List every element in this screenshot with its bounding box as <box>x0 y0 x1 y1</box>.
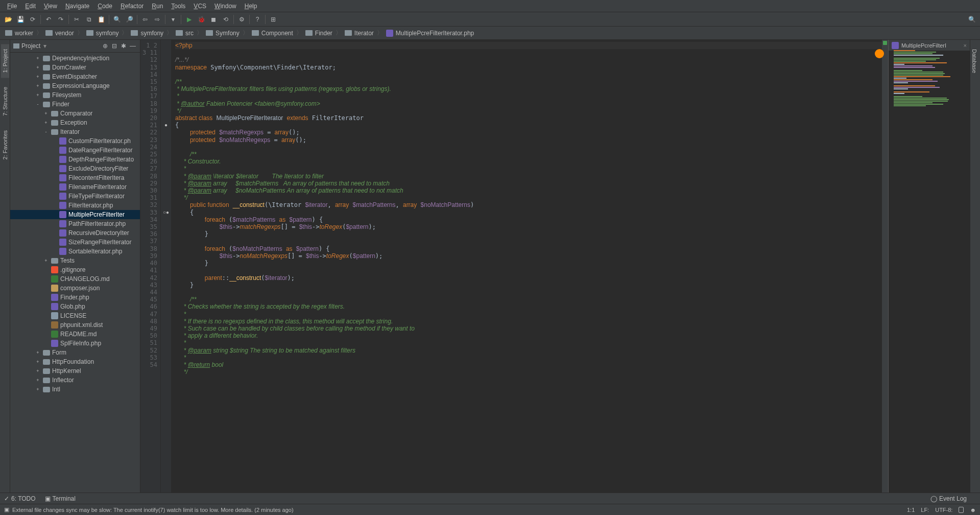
project-tree[interactable]: +DependencyInjection+DomCrawler+EventDis… <box>10 53 140 493</box>
settings-icon[interactable]: ⊞ <box>268 14 279 25</box>
tree-item[interactable]: +Intl <box>10 385 140 394</box>
breadcrumb-item[interactable]: Iterator <box>343 30 376 37</box>
menu-window[interactable]: Window <box>210 2 241 11</box>
scroll-from-source-icon[interactable]: ⊕ <box>101 42 109 50</box>
tree-item[interactable]: +DependencyInjection <box>10 54 140 63</box>
cut-icon[interactable]: ✂ <box>71 14 82 25</box>
tree-item[interactable]: +Comparator <box>10 109 140 118</box>
tree-item[interactable]: CustomFilterIterator.ph <box>10 136 140 146</box>
menu-edit[interactable]: Edit <box>21 2 40 11</box>
tool-tab-database[interactable]: Database <box>970 44 978 78</box>
tool-tab-structure[interactable]: 7: Structure <box>1 82 9 121</box>
collapse-all-icon[interactable]: ⊟ <box>110 42 118 50</box>
tree-item[interactable]: +HttpKernel <box>10 366 140 376</box>
open-icon[interactable]: 📂 <box>3 14 14 25</box>
breadcrumb-item[interactable]: vendor <box>43 30 76 37</box>
stop-icon[interactable]: ◼ <box>208 14 219 25</box>
build-icon[interactable]: ▾ <box>168 14 179 25</box>
inspection-indicator-icon[interactable] <box>883 41 887 45</box>
tree-item[interactable]: FilterIterator.php <box>10 201 140 210</box>
tree-item[interactable]: SortableIterator.php <box>10 247 140 256</box>
editor-tab[interactable]: MultiplePcreFilterI × <box>889 40 970 51</box>
menu-view[interactable]: View <box>40 2 61 11</box>
breadcrumb-item[interactable]: Symfony <box>204 30 242 37</box>
tree-item[interactable]: RecursiveDirectoryIter <box>10 228 140 238</box>
menu-file[interactable]: File <box>3 2 21 11</box>
tree-item[interactable]: FilecontentFilterItera <box>10 173 140 182</box>
browser-icon[interactable] <box>875 49 884 58</box>
breadcrumb-item[interactable]: src <box>174 30 196 37</box>
tree-item[interactable]: README.md <box>10 330 140 339</box>
breadcrumb-item[interactable]: worker <box>3 30 35 37</box>
run-icon[interactable]: ▶ <box>183 14 195 25</box>
paste-icon[interactable]: 📋 <box>95 14 107 25</box>
tree-item[interactable]: +Inflector <box>10 376 140 385</box>
code-editor[interactable]: <?php /*...*/ namespace Symfony\Componen… <box>171 40 882 493</box>
tree-item[interactable]: SizeRangeFilterIterator <box>10 238 140 247</box>
copy-icon[interactable]: ⧉ <box>83 14 94 25</box>
caret-position[interactable]: 1:1 <box>907 507 915 513</box>
tree-item[interactable]: +Exception <box>10 118 140 127</box>
tree-item[interactable]: FileTypeFilterIterator <box>10 192 140 201</box>
tree-item[interactable]: ExcludeDirectoryFilter <box>10 164 140 173</box>
tree-item[interactable]: FilenameFilterIterator <box>10 182 140 192</box>
redo-icon[interactable]: ↷ <box>55 14 66 25</box>
event-log-tab[interactable]: ◯Event Log <box>930 495 967 502</box>
tree-item[interactable]: -Finder <box>10 100 140 109</box>
menu-help[interactable]: Help <box>241 2 261 11</box>
sync-icon[interactable]: ⟳ <box>27 14 38 25</box>
line-separator[interactable]: LF: <box>921 507 929 513</box>
breadcrumb-item[interactable]: Finder <box>303 30 334 37</box>
tree-item[interactable]: +HttpFoundation <box>10 357 140 366</box>
breakpoints-icon[interactable]: ⚙ <box>236 14 247 25</box>
code-minimap[interactable] <box>894 50 965 107</box>
tree-item[interactable]: +DomCrawler <box>10 63 140 72</box>
undo-icon[interactable]: ↶ <box>43 14 54 25</box>
settings-gear-icon[interactable]: ✱ <box>119 42 128 50</box>
tree-item[interactable]: +Filesystem <box>10 90 140 100</box>
menu-vcs[interactable]: VCS <box>189 2 210 11</box>
lock-icon[interactable] <box>959 507 964 513</box>
zoom-in-icon[interactable]: 🔍 <box>111 14 123 25</box>
menu-tools[interactable]: Tools <box>167 2 189 11</box>
tree-item[interactable]: Finder.php <box>10 293 140 302</box>
breadcrumb-item[interactable]: symfony <box>84 30 121 37</box>
tree-item[interactable]: MultiplePcreFilterIter <box>10 210 140 219</box>
tree-item[interactable]: DepthRangeFilterIterato <box>10 155 140 164</box>
tool-tab-favorites[interactable]: 2: Favorites <box>1 125 9 165</box>
menu-code[interactable]: Code <box>93 2 116 11</box>
zoom-out-icon[interactable]: 🔎 <box>124 14 135 25</box>
todo-tab[interactable]: ✓6: TODO <box>4 495 36 502</box>
tree-item[interactable]: +EventDispatcher <box>10 72 140 81</box>
tree-item[interactable]: phpunit.xml.dist <box>10 320 140 330</box>
menu-refactor[interactable]: Refactor <box>116 2 148 11</box>
hector-icon[interactable]: ☻ <box>970 507 976 513</box>
breadcrumb-item[interactable]: MultiplePcreFilterIterator.php <box>384 30 476 37</box>
tree-item[interactable]: Glob.php <box>10 302 140 311</box>
debug-icon[interactable]: 🐞 <box>196 14 207 25</box>
nav-fwd-icon[interactable]: ⇨ <box>152 14 163 25</box>
hide-icon[interactable]: — <box>129 42 137 50</box>
tree-item[interactable]: DateRangeFilterIterator <box>10 146 140 155</box>
tree-item[interactable]: +Tests <box>10 256 140 265</box>
tree-item[interactable]: CHANGELOG.md <box>10 274 140 284</box>
rerun-icon[interactable]: ⟲ <box>220 14 231 25</box>
tree-item[interactable]: -Iterator <box>10 127 140 136</box>
tree-item[interactable]: .gitignore <box>10 265 140 274</box>
nav-back-icon[interactable]: ⇦ <box>139 14 151 25</box>
terminal-tab[interactable]: ▣Terminal <box>45 495 76 502</box>
tree-item[interactable]: LICENSE <box>10 311 140 320</box>
tree-item[interactable]: PathFilterIterator.php <box>10 219 140 228</box>
save-icon[interactable]: 💾 <box>15 14 26 25</box>
tree-item[interactable]: composer.json <box>10 284 140 293</box>
tree-item[interactable]: +ExpressionLanguage <box>10 81 140 90</box>
tree-item[interactable]: SplFileInfo.php <box>10 339 140 348</box>
menu-navigate[interactable]: Navigate <box>61 2 93 11</box>
menu-run[interactable]: Run <box>148 2 167 11</box>
search-everywhere-icon[interactable]: 🔍 <box>966 14 977 25</box>
tool-tab-project[interactable]: 1: Project <box>1 44 9 78</box>
breadcrumb-item[interactable]: Component <box>250 30 295 37</box>
help-icon[interactable]: ? <box>252 14 263 25</box>
file-encoding[interactable]: UTF-8: <box>935 507 952 513</box>
tree-item[interactable]: +Form <box>10 348 140 357</box>
